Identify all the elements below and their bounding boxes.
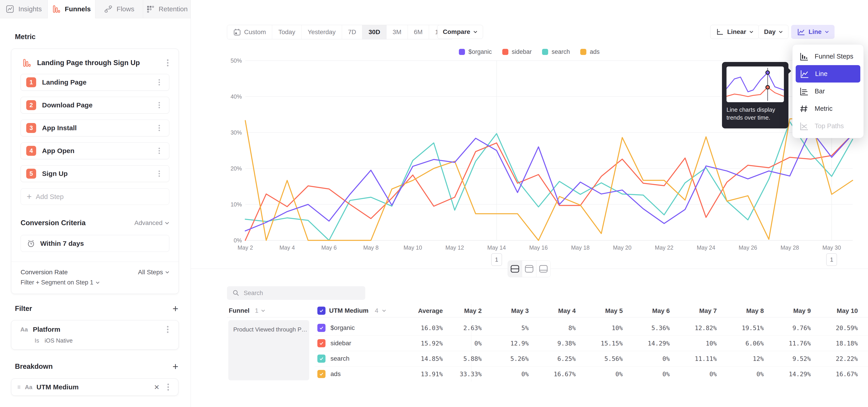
series-checkbox[interactable] [317,324,326,332]
funnel-step-row[interactable]: 4App Open [21,143,169,159]
series-line-organic[interactable] [245,130,852,231]
tab-funnels[interactable]: Funnels [48,0,95,18]
breakdown-header-label: UTM Medium [329,307,368,314]
funnel-cell[interactable]: Product Viewed through P… [228,320,309,380]
filter-condition-row[interactable]: Is iOS Native [35,337,73,344]
breakdown-card[interactable]: Aa UTM Medium ✕ [11,378,178,396]
remove-breakdown-icon[interactable]: ✕ [150,383,164,391]
chevron-down-icon [382,309,386,312]
date-range-custom[interactable]: Custom [227,25,272,39]
table-value: 12% [753,355,764,362]
chart-view-toggle[interactable] [522,261,536,277]
series-line-search[interactable] [245,122,852,240]
series-checkbox[interactable] [317,354,326,363]
chart-type-button[interactable]: Line [791,25,835,39]
funnel-step-row[interactable]: 5Sign Up [21,165,169,182]
filter-property-row[interactable]: Aa Platform [20,323,172,335]
table-value: 11.76% [789,340,811,347]
annotation-badge[interactable]: 1 [826,253,837,266]
table-row-organic[interactable]: $organic [317,320,355,336]
legend-label: sidebar [512,49,532,55]
funnel-step-row[interactable]: 3App Install [21,120,169,136]
table-row-sidebar[interactable]: sidebar [317,336,351,351]
split-view-toggle[interactable] [508,261,522,277]
date-range-7d[interactable]: 7D [342,25,363,39]
date-range-30d[interactable]: 30D [362,25,386,39]
step-kebab-icon[interactable] [155,78,164,86]
series-checkbox[interactable] [317,370,326,378]
table-value: 14.85% [421,355,443,362]
date-range-6m[interactable]: 6M [408,25,429,39]
tab-flows[interactable]: Flows [95,0,143,18]
menu-item-top-paths: Top Paths [793,117,864,135]
date-range-label: Yesterday [308,29,336,36]
table-row-search[interactable]: search [317,351,349,366]
breakdown-column-header[interactable]: UTM Medium4 [317,304,386,317]
table-row-ads[interactable]: ads [317,366,341,382]
funnel-column-header[interactable]: Funnel1 [229,304,265,317]
x-axis-label: May 12 [445,244,464,251]
metric-kebab-icon[interactable] [163,58,172,67]
table-value: 8% [568,324,576,332]
conversion-rate-dropdown[interactable]: All Steps [138,269,169,276]
date-range-today[interactable]: Today [272,25,302,39]
column-header-may-6: May 6 [652,307,670,315]
filter-segment-dropdown[interactable]: Filter + Segment on Step 1 [21,279,100,286]
date-range-label: 3M [393,29,401,36]
table-value: 0% [662,355,670,362]
filter-value: iOS Native [44,337,72,344]
filter-operator: Is [35,337,39,344]
legend-item-ads[interactable]: ads [580,49,600,55]
interval-button[interactable]: Day [758,25,788,39]
metric-title-row[interactable]: Landing Page through Sign Up [22,55,172,71]
date-range-label: 6M [414,29,423,36]
annotation-badge[interactable]: 1 [491,253,502,266]
legend-swatch [459,49,465,55]
menu-item-line[interactable]: Line [796,65,860,83]
date-range-yesterday[interactable]: Yesterday [302,25,342,39]
bar-chart-icon [799,86,809,96]
chevron-down-icon [261,309,265,312]
menu-item-metric[interactable]: Metric [793,100,864,117]
series-checkbox[interactable] [317,339,326,347]
menu-item-bar[interactable]: Bar [793,83,864,100]
table-value: 16.03% [421,324,443,332]
tab-insights[interactable]: Insights [0,0,48,18]
filter-kebab-icon[interactable] [163,325,172,334]
funnel-step-row[interactable]: 2Download Page [21,97,169,114]
menu-item-funnel-steps[interactable]: Funnel Steps [793,48,864,65]
series-name: $organic [331,324,355,332]
series-line-ads[interactable] [245,119,852,240]
add-filter-button[interactable]: + [173,304,178,314]
legend-item-sidebar[interactable]: sidebar [502,49,532,55]
legend-item-search[interactable]: search [542,49,570,55]
legend-item-organic[interactable]: $organic [459,49,492,55]
step-kebab-icon[interactable] [155,124,164,132]
column-header-may-3: May 3 [511,307,529,315]
y-axis-label: 0% [234,237,242,244]
breakdown-kebab-icon[interactable] [164,383,173,392]
drag-handle-icon[interactable] [17,384,21,390]
step-kebab-icon[interactable] [155,101,164,109]
filter-section-label: Filter [15,305,32,313]
date-range-3m[interactable]: 3M [386,25,408,39]
advanced-dropdown[interactable]: Advanced [134,219,169,226]
compare-button[interactable]: Compare [437,25,483,39]
x-axis-label: May 4 [279,244,295,251]
funnel-step-row[interactable]: 1Landing Page [21,74,169,91]
conversion-window-button[interactable]: Within 7 days [21,235,169,252]
menu-item-label: Funnel Steps [815,53,853,60]
add-step-button[interactable]: + Add Step [21,188,169,205]
select-all-checkbox[interactable] [317,307,326,315]
table-view-toggle[interactable] [536,261,550,277]
tab-retention[interactable]: Retention [143,0,191,18]
step-kebab-icon[interactable] [155,169,164,178]
add-breakdown-button[interactable]: + [173,362,178,372]
table-value: 10% [612,324,623,332]
card-divider [11,261,179,262]
flows-icon [104,5,113,13]
scale-button[interactable]: Linear [710,25,759,39]
funnel-metric-icon [22,58,31,67]
search-input[interactable]: Search [227,286,365,300]
step-kebab-icon[interactable] [155,147,164,155]
